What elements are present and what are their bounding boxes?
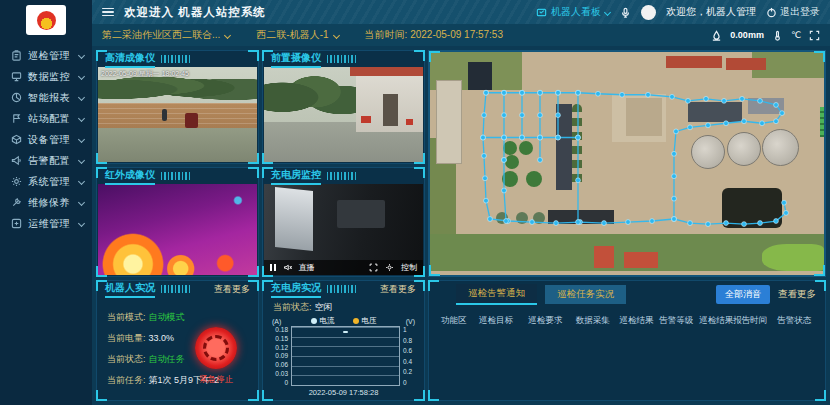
menu-toggle-icon[interactable] xyxy=(102,8,114,17)
column-header: 数据采集 xyxy=(570,315,616,327)
panel-header: 充电房监控 xyxy=(264,168,423,184)
video-control-bar: 直播 控制 xyxy=(264,260,423,275)
scene-door xyxy=(383,94,397,126)
chevron-down-icon xyxy=(78,199,85,206)
emergency-stop-button[interactable] xyxy=(195,327,237,369)
wrench-icon xyxy=(10,197,22,209)
panel-header: 高清成像仪 xyxy=(98,51,257,67)
chart-x-label: 2022-05-09 17:58:28 xyxy=(270,388,417,397)
column-header: 告警等级 xyxy=(657,315,695,327)
view-more-link[interactable]: 查看更多 xyxy=(778,288,816,301)
rainfall-value: 0.00mm xyxy=(730,30,764,40)
charging-room-video[interactable]: 直播 控制 xyxy=(264,184,423,275)
mode-value: 自动模式 xyxy=(149,311,185,324)
chart-data-point xyxy=(343,331,348,333)
panel-header: 机器人实况 查看更多 xyxy=(98,281,257,297)
cycle-icon xyxy=(10,218,22,230)
legend-current[interactable]: 电流 xyxy=(311,316,335,326)
view-more-link[interactable]: 查看更多 xyxy=(214,283,250,296)
avatar[interactable] xyxy=(641,5,656,20)
robot-live-body: 当前模式: 自动模式 当前电量: 33.0% 当前状态: 自动任务 当前任务 xyxy=(98,297,257,399)
chevron-down-icon xyxy=(224,31,231,38)
area-select[interactable]: 第二采油作业区西二联合... xyxy=(102,28,230,42)
emergency-stop: 紧急停止 xyxy=(189,327,243,386)
temperature-unit: ℃ xyxy=(791,30,801,40)
state-value: 自动任务 xyxy=(149,353,185,366)
sidebar-item-system-mgmt[interactable]: 系统管理 xyxy=(0,171,92,192)
top-header: 欢迎进入 机器人站控系统 机器人看板 欢迎您，机器人管理 退出登录 xyxy=(92,0,830,24)
right-axis-unit: (V) xyxy=(406,318,415,325)
sidebar-item-label: 数据监控 xyxy=(28,70,70,84)
sidebar-item-ops-mgmt[interactable]: 运维管理 xyxy=(0,213,92,234)
alarm-tabs-row: 巡检告警通知 巡检任务实况 全部消音 查看更多 xyxy=(430,284,824,304)
app-logo xyxy=(26,5,66,35)
charging-room-camera-panel: 充电房监控 直播 控制 xyxy=(262,167,425,277)
tab-task-live[interactable]: 巡检任务实况 xyxy=(545,285,626,304)
sidebar-item-label: 系统管理 xyxy=(28,175,70,189)
mute-all-button[interactable]: 全部消音 xyxy=(716,285,770,304)
gear-icon[interactable] xyxy=(385,263,394,272)
fullscreen-icon[interactable] xyxy=(809,30,820,41)
pause-button[interactable] xyxy=(270,264,276,271)
patrol-map[interactable] xyxy=(430,52,824,275)
scene-person xyxy=(162,109,167,121)
sidebar-item-patrol-mgmt[interactable]: 巡检管理 xyxy=(0,45,92,66)
sidebar-item-label: 设备管理 xyxy=(28,133,70,147)
sidebar-item-station-config[interactable]: 站场配置 xyxy=(0,108,92,129)
page-title: 欢迎进入 机器人站控系统 xyxy=(124,5,266,20)
pie-chart-icon xyxy=(10,92,22,104)
fullscreen-icon[interactable] xyxy=(369,263,378,272)
infrared-camera-panel: 红外成像仪 xyxy=(96,167,259,277)
logout-button[interactable]: 退出登录 xyxy=(766,5,820,19)
front-camera-video[interactable] xyxy=(264,67,423,162)
chevron-down-icon xyxy=(604,8,611,15)
mic-icon[interactable] xyxy=(620,7,631,18)
barcode-decoration-icon xyxy=(161,285,191,293)
sidebar-item-device-mgmt[interactable]: 设备管理 xyxy=(0,129,92,150)
legend-dot-icon xyxy=(311,318,317,324)
sidebar-item-label: 智能报表 xyxy=(28,91,70,105)
sidebar-item-alarm-config[interactable]: 告警配置 xyxy=(0,150,92,171)
tab-alarm-notice[interactable]: 巡检告警通知 xyxy=(456,284,537,305)
scene-ground xyxy=(98,128,257,162)
panel-header: 红外成像仪 xyxy=(98,168,257,184)
hd-camera-video[interactable]: 2022-05-09 星期一 18:02:45 xyxy=(98,67,257,162)
sidebar-item-maintenance[interactable]: 维修保养 xyxy=(0,192,92,213)
infrared-video[interactable] xyxy=(98,184,257,275)
clipboard-icon xyxy=(10,50,22,62)
scene-roof xyxy=(350,67,423,76)
scene-red-object xyxy=(361,116,371,123)
charging-status: 当前状态: 空闲 xyxy=(273,301,417,314)
sidebar-item-data-monitor[interactable]: 数据监控 xyxy=(0,66,92,87)
barcode-decoration-icon xyxy=(327,172,357,180)
robot-select[interactable]: 西二联-机器人-1 xyxy=(256,28,338,42)
panel-title: 充电房监控 xyxy=(271,168,321,185)
panel-title: 充电房实况 xyxy=(271,281,321,298)
charging-live-body: 当前状态: 空闲 (A) 电流 电压 (V) xyxy=(264,297,423,399)
mute-icon[interactable] xyxy=(283,263,292,272)
rain-gauge-icon xyxy=(711,30,722,41)
live-label[interactable]: 直播 xyxy=(299,262,315,273)
barcode-decoration-icon xyxy=(327,55,357,63)
sub-header: 第二采油作业区西二联合... 西二联-机器人-1 当前时间: 2022-05-0… xyxy=(92,24,830,46)
board-select[interactable]: 机器人看板 xyxy=(536,5,610,19)
sidebar: 巡检管理 数据监控 智能报表 站场配置 设备管理 xyxy=(0,0,92,405)
chevron-down-icon xyxy=(78,115,85,122)
sidebar-nav: 巡检管理 数据监控 智能报表 站场配置 设备管理 xyxy=(0,45,92,234)
barcode-decoration-icon xyxy=(327,285,357,293)
legend-voltage[interactable]: 电压 xyxy=(353,316,377,326)
control-label[interactable]: 控制 xyxy=(401,262,417,273)
camera-scene xyxy=(264,67,423,162)
chevron-down-icon xyxy=(78,94,85,101)
column-header: 功能区 xyxy=(437,315,471,327)
map-scrollbar[interactable] xyxy=(820,107,824,137)
front-camera-panel: 前置摄像仪 xyxy=(262,50,425,164)
scene-wellhead xyxy=(185,113,198,128)
view-more-link[interactable]: 查看更多 xyxy=(380,283,416,296)
chevron-down-icon xyxy=(78,52,85,59)
content-area: 高清成像仪 2022-05-09 星期一 18:02:45 xyxy=(92,46,830,405)
battery-value: 33.0% xyxy=(149,333,175,343)
megaphone-icon xyxy=(10,155,22,167)
sidebar-item-smart-report[interactable]: 智能报表 xyxy=(0,87,92,108)
panel-header: 前置摄像仪 xyxy=(264,51,423,67)
